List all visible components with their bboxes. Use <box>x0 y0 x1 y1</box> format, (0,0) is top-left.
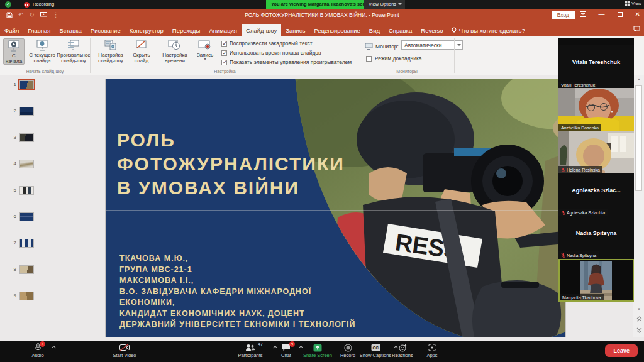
audio-button[interactable]: ! Audio <box>24 343 52 358</box>
rehearse-timings-button[interactable]: Настройка времени <box>160 38 190 63</box>
hide-slide-icon <box>135 40 148 51</box>
custom-slideshow-button[interactable]: Произвольное слайд-шоу <box>59 38 88 63</box>
tab-design[interactable]: Конструктор <box>125 24 168 36</box>
tab-view[interactable]: Вид <box>365 24 384 36</box>
dropdown-arrow-icon[interactable] <box>455 41 462 49</box>
slide-thumbnail[interactable] <box>19 107 34 116</box>
checkbox-play-narrations[interactable]: Воспроизвести закадровый текст <box>221 40 313 47</box>
audio-options-caret[interactable] <box>52 345 57 350</box>
thumbnail-row-3[interactable]: 3 <box>9 133 34 142</box>
start-video-button[interactable]: Start Video <box>106 343 143 358</box>
thumbnail-row-6[interactable]: 6 <box>9 212 34 221</box>
tab-file[interactable]: Файл <box>0 24 23 36</box>
checkbox-unchecked-icon[interactable] <box>366 56 372 62</box>
checkbox-show-media-controls[interactable]: Показать элементы управления проигрывате… <box>221 59 352 65</box>
scroll-up-icon[interactable]: ▲ <box>633 77 644 81</box>
comments-icon[interactable] <box>633 26 640 32</box>
participants-video-panel: Vitalii Tereshchuk Vitalii Tereshchuk An… <box>558 38 634 302</box>
share-screen-button[interactable]: Share Screen <box>298 343 337 358</box>
view-options-button[interactable]: View Options <box>364 0 405 9</box>
participants-button[interactable]: 47 Participants <box>233 343 268 358</box>
slide-thumbnail[interactable] <box>19 265 34 274</box>
thumbnail-row-1[interactable]: 1 <box>9 80 34 89</box>
slide-scrollbar[interactable]: ▲ ▼ <box>633 75 644 337</box>
zoom-top-bar: ✓ Recording You are viewing Margarita Tk… <box>0 0 644 9</box>
participant-tile-margarita[interactable]: Margarita Tkachova <box>558 259 634 302</box>
tab-reverso[interactable]: Reverso <box>416 24 447 36</box>
custom-slideshow-icon <box>67 40 80 51</box>
signin-button[interactable]: Вход <box>552 11 575 19</box>
tab-record[interactable]: Запись <box>281 24 309 36</box>
slide-thumbnail[interactable] <box>19 133 34 142</box>
slide-thumbnail[interactable] <box>19 186 34 195</box>
setup-slideshow-button[interactable]: Настройка слайд-шоу <box>94 38 127 63</box>
minimize-button[interactable]: — <box>599 11 605 18</box>
tab-animations[interactable]: Анимация <box>204 24 242 36</box>
participants-count: 47 <box>258 342 263 346</box>
captions-icon: CC <box>371 344 380 351</box>
tab-help[interactable]: Справка <box>384 24 416 36</box>
slide-thumbnail[interactable] <box>19 160 34 168</box>
thumbnail-row-7[interactable]: 7 <box>9 239 34 248</box>
participant-tile-nadia[interactable]: Nadia Spitsyna Nadia Spitsyna <box>558 216 634 259</box>
thumbnail-row-4[interactable]: 4 <box>9 160 34 168</box>
checkbox-use-timings[interactable]: Использовать время показа слайдов <box>221 50 321 56</box>
audio-alert-badge: ! <box>40 341 45 347</box>
thumbnail-row-8[interactable]: 8 <box>9 265 34 274</box>
ribbon-tab-bar: Файл Главная Вставка Рисование Конструкт… <box>0 24 644 36</box>
slide-thumbnail[interactable] <box>19 292 34 300</box>
tell-me-search[interactable]: Что вы хотите сделать? <box>448 24 529 36</box>
thumbnail-row-2[interactable]: 2 <box>9 107 34 116</box>
scroll-down-icon[interactable]: ▼ <box>633 307 644 311</box>
play-from-start-icon <box>8 40 20 52</box>
dropdown-caret: ▾ <box>204 58 206 61</box>
apps-button[interactable]: Apps <box>419 343 445 358</box>
slide-thumbnail[interactable] <box>19 239 34 248</box>
apps-icon <box>428 344 436 351</box>
reactions-icon <box>399 344 407 352</box>
svg-text:CC: CC <box>372 346 379 350</box>
tab-home[interactable]: Главная <box>23 24 55 36</box>
from-current-slide-button[interactable]: С текущего слайда <box>26 38 58 63</box>
close-button[interactable]: ✕ <box>635 11 640 18</box>
tab-review[interactable]: Рецензирование <box>309 24 364 36</box>
tab-draw[interactable]: Рисование <box>86 24 125 36</box>
participant-center-name: Vitalii Tereshchuk <box>558 45 634 79</box>
tab-insert[interactable]: Вставка <box>55 24 86 36</box>
previous-slide-button[interactable] <box>633 316 644 322</box>
play-from-current-icon <box>36 40 48 51</box>
slide-thumbnail[interactable] <box>19 80 34 89</box>
checkbox-checked-icon[interactable] <box>221 41 227 47</box>
leave-button[interactable]: Leave <box>605 344 638 357</box>
participant-tile-anzhelika[interactable]: Anzhelika Dosenko <box>558 88 634 131</box>
slide-credits[interactable]: ТКАЧОВА М.Ю., ГРУПА МВС-21-1 МАКСИМОВА І… <box>119 253 355 331</box>
reactions-button[interactable]: Reactions <box>386 343 419 358</box>
next-slide-button[interactable] <box>633 327 644 334</box>
restore-button[interactable] <box>618 12 623 17</box>
tab-slideshow[interactable]: Слайд-шоу <box>242 24 281 36</box>
recording-icon[interactable] <box>24 2 30 8</box>
view-button[interactable]: View <box>625 1 641 6</box>
monitor-icon <box>365 43 373 50</box>
record-slideshow-button[interactable]: Запись ▾ <box>192 38 218 61</box>
checkbox-checked-icon[interactable] <box>221 60 227 65</box>
presenter-mode-checkbox[interactable]: Режим докладчика <box>366 55 422 62</box>
checkbox-checked-icon[interactable] <box>221 50 227 56</box>
ribbon-display-options-button[interactable] <box>580 11 586 17</box>
participant-tile-helena[interactable]: Helena Rosinska <box>558 131 634 173</box>
scrollbar-thumb[interactable] <box>635 85 642 191</box>
thumbnail-row-9[interactable]: 9 <box>9 292 34 300</box>
tab-transitions[interactable]: Переходы <box>168 24 205 36</box>
chat-button[interactable]: 4 Chat <box>275 343 297 358</box>
hide-slide-button[interactable]: Скрыть слайд <box>128 38 155 63</box>
slide-title[interactable]: РОЛЬ ФОТОЖУРНАЛІСТИКИ В УМОВАХ ВІЙНИ <box>117 128 345 200</box>
zoom-toolbar: ! Audio Start Video 47 Participants 4 Ch… <box>0 341 644 362</box>
participant-tile-agnieszka[interactable]: Agnieszka Szlac... Agnieszka Szlachta <box>558 173 634 216</box>
encryption-shield-icon: ✓ <box>5 1 11 8</box>
thumbnail-row-5[interactable]: 5 <box>9 186 34 195</box>
participant-center-name: Nadia Spitsyna <box>558 216 634 250</box>
slide-thumbnail[interactable] <box>19 212 34 221</box>
from-beginning-button[interactable]: С начала <box>3 38 25 65</box>
participant-tile-vitalii[interactable]: Vitalii Tereshchuk Vitalii Tereshchuk <box>558 45 634 88</box>
slide-canvas[interactable]: RESS РОЛЬ ФОТОЖУРНАЛІСТИКИ В УМОВАХ ВІЙН… <box>105 79 566 337</box>
